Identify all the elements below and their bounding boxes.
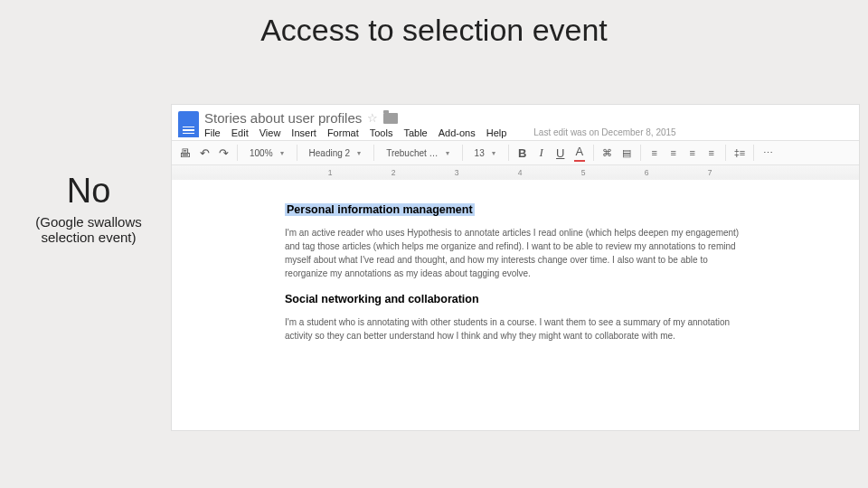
menu-tools[interactable]: Tools bbox=[370, 127, 393, 138]
zoom-select[interactable]: 100% bbox=[246, 147, 288, 159]
menu-format[interactable]: Format bbox=[327, 127, 359, 138]
menu-addons[interactable]: Add-ons bbox=[439, 127, 476, 138]
menu-help[interactable]: Help bbox=[486, 127, 507, 138]
titlebar: Stories about user profiles ☆ File Edit … bbox=[172, 105, 859, 140]
slide-title: Access to selection event bbox=[0, 0, 868, 48]
bold-button[interactable]: B bbox=[517, 144, 528, 162]
align-center-icon[interactable]: ≡ bbox=[668, 144, 679, 162]
more-icon[interactable]: ⋯ bbox=[762, 144, 773, 162]
side-caption: (Google swallows selection event) bbox=[16, 214, 161, 245]
docs-logo-icon[interactable] bbox=[178, 111, 199, 137]
align-left-icon[interactable]: ≡ bbox=[649, 144, 660, 162]
toolbar: 🖶 ↶ ↷ 100% Heading 2 Trebuchet … 13 B I … bbox=[172, 140, 859, 165]
menu-view[interactable]: View bbox=[259, 127, 281, 138]
menubar: File Edit View Insert Format Tools Table… bbox=[204, 127, 506, 138]
menu-edit[interactable]: Edit bbox=[231, 127, 249, 138]
line-spacing-icon[interactable]: ‡≡ bbox=[734, 144, 746, 162]
title-column: Stories about user profiles ☆ File Edit … bbox=[204, 110, 506, 138]
slide: Access to selection event No (Google swa… bbox=[0, 0, 868, 488]
side-commentary: No (Google swallows selection event) bbox=[16, 172, 161, 245]
folder-icon[interactable] bbox=[383, 113, 398, 124]
italic-button[interactable]: I bbox=[536, 144, 547, 162]
paragraph-1: I'm an active reader who uses Hypothesis… bbox=[285, 226, 746, 280]
insert-comment-icon[interactable]: ▤ bbox=[621, 144, 632, 162]
undo-icon[interactable]: ↶ bbox=[199, 144, 210, 162]
heading-2: Social networking and collaboration bbox=[285, 291, 746, 308]
selected-text: Personal information management bbox=[285, 203, 475, 216]
text-color-button[interactable]: A bbox=[574, 144, 585, 162]
print-icon[interactable]: 🖶 bbox=[179, 144, 191, 162]
menu-file[interactable]: File bbox=[204, 127, 221, 138]
ruler: 1 2 3 4 5 6 7 bbox=[172, 165, 859, 180]
menu-table[interactable]: Table bbox=[403, 127, 427, 138]
document-page: Personal information management I'm an a… bbox=[172, 180, 859, 430]
redo-icon[interactable]: ↷ bbox=[218, 144, 229, 162]
underline-button[interactable]: U bbox=[555, 144, 566, 162]
star-icon[interactable]: ☆ bbox=[367, 111, 378, 125]
align-justify-icon[interactable]: ≡ bbox=[706, 144, 717, 162]
last-edit-text: Last edit was on December 8, 2015 bbox=[533, 127, 675, 137]
insert-link-icon[interactable]: ⌘ bbox=[602, 144, 613, 162]
document-title[interactable]: Stories about user profiles bbox=[204, 110, 362, 126]
heading-1: Personal information management bbox=[285, 202, 746, 219]
side-answer: No bbox=[16, 172, 161, 211]
align-right-icon[interactable]: ≡ bbox=[687, 144, 698, 162]
paragraph-2: I'm a student who is annotating with oth… bbox=[285, 315, 746, 343]
paragraph-style-select[interactable]: Heading 2 bbox=[306, 147, 366, 159]
menu-insert[interactable]: Insert bbox=[291, 127, 316, 138]
document-content[interactable]: Personal information management I'm an a… bbox=[285, 180, 791, 430]
font-select[interactable]: Trebuchet … bbox=[382, 147, 453, 159]
google-docs-screenshot: Stories about user profiles ☆ File Edit … bbox=[172, 105, 859, 430]
font-size-select[interactable]: 13 bbox=[471, 147, 500, 159]
